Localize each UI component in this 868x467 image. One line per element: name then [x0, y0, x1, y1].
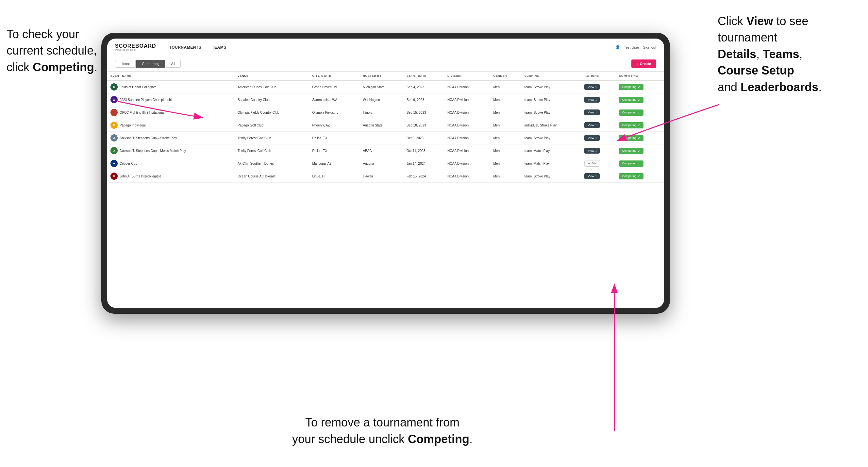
nav-teams[interactable]: TEAMS [212, 45, 226, 50]
cell-date: Sep 4, 2023 [403, 81, 444, 93]
cell-action: View ℹ [581, 145, 615, 157]
cell-date: Sep 15, 2023 [403, 106, 444, 119]
table-row: W 2023 Sahalee Players Championship Saha… [107, 93, 664, 106]
table-row: I OFCC Fighting Illini Invitational Olym… [107, 106, 664, 119]
competing-button[interactable]: Competing ✓ [619, 160, 644, 167]
tab-competing[interactable]: Competing [136, 60, 165, 68]
event-name-text: John A. Burns Intercollegiate [120, 175, 161, 178]
tab-all[interactable]: All [166, 60, 181, 68]
team-logo: S [111, 83, 118, 91]
event-name-text: 2023 Sahalee Players Championship [120, 98, 174, 102]
view-button[interactable]: View ℹ [584, 122, 599, 128]
annotation-bottom-center: To remove a tournament fromyour schedule… [268, 414, 497, 447]
cell-action: ✏ Edit [581, 157, 615, 170]
cell-competing: Competing ✓ [616, 93, 664, 106]
event-name-text: Copper Cup [120, 162, 137, 165]
edit-button[interactable]: ✏ Edit [584, 160, 600, 167]
cell-hosted: Washington [360, 93, 403, 106]
nav-tournaments[interactable]: TOURNAMENTS [169, 45, 202, 50]
event-name-text: Folds of Honor Collegiate [120, 85, 157, 89]
cell-scoring: team, Stroke Play [521, 170, 581, 183]
info-icon: ℹ [595, 98, 596, 101]
cell-hosted [360, 132, 403, 145]
competing-button[interactable]: Competing ✓ [619, 135, 644, 141]
cell-division: NCAA Division I [444, 145, 490, 157]
check-icon: ✓ [638, 136, 640, 140]
check-icon: ✓ [638, 149, 640, 153]
cell-city: Lihue, HI [309, 170, 360, 183]
cell-event-name: W 2023 Sahalee Players Championship [107, 93, 234, 106]
cell-scoring: team, Stroke Play [521, 81, 581, 93]
cell-scoring: team, Match Play [521, 145, 581, 157]
competing-button[interactable]: Competing ✓ [619, 84, 644, 90]
competing-button[interactable]: Competing ✓ [619, 97, 644, 103]
create-button[interactable]: + Create [631, 60, 656, 68]
cell-venue: Ak-Chin Southern Dunes [234, 157, 309, 170]
cell-venue: American Dunes Golf Club [234, 81, 309, 93]
cell-venue: Olympia Fields Country Club [234, 106, 309, 119]
cell-event-name: P Papago Individual [107, 119, 234, 132]
cell-city: Olympia Fields, IL [309, 106, 360, 119]
event-name-text: Papago Individual [120, 124, 146, 127]
nav-items: TOURNAMENTS TEAMS [169, 45, 602, 50]
cell-action: View ℹ [581, 81, 615, 93]
annotation-top-right: Click View to seetournamentDetails, Team… [718, 13, 862, 95]
col-start-date: START DATE [403, 71, 444, 81]
view-button[interactable]: View ℹ [584, 148, 599, 154]
table-row: A Copper Cup Ak-Chin Southern DunesMaric… [107, 157, 664, 170]
cell-scoring: team, Stroke Play [521, 106, 581, 119]
view-button[interactable]: View ℹ [584, 97, 599, 103]
check-icon: ✓ [638, 124, 640, 127]
cell-action: View ℹ [581, 106, 615, 119]
cell-gender: Men [490, 93, 521, 106]
competing-button[interactable]: Competing ✓ [619, 122, 644, 128]
filter-bar: Home Competing All + Create [107, 56, 664, 71]
cell-competing: Competing ✓ [616, 106, 664, 119]
competing-button[interactable]: Competing ✓ [619, 110, 644, 116]
info-icon: ℹ [595, 175, 596, 178]
view-button[interactable]: View ℹ [584, 84, 599, 90]
header-right: 👤 Test User Sign out [615, 45, 656, 49]
col-gender: GENDER [490, 71, 521, 81]
cell-action: View ℹ [581, 132, 615, 145]
cell-city: Phoenix, AZ [309, 119, 360, 132]
view-button[interactable]: View ℹ [584, 173, 599, 179]
cell-hosted: ABAC [360, 145, 403, 157]
cell-city: Dallas, TX [309, 145, 360, 157]
cell-city: Maricopa, AZ [309, 157, 360, 170]
cell-scoring: team, Stroke Play [521, 132, 581, 145]
event-name-text: Jackson T. Stephens Cup – Men's Match Pl… [120, 149, 186, 153]
table-row: H John A. Burns Intercollegiate Ocean Co… [107, 170, 664, 183]
signout-link[interactable]: Sign out [643, 45, 656, 49]
cell-event-name: J Jackson T. Stephens Cup – Stroke Play [107, 132, 234, 145]
cell-gender: Men [490, 157, 521, 170]
cell-scoring: team, Stroke Play [521, 93, 581, 106]
cell-competing: Competing ✓ [616, 119, 664, 132]
cell-event-name: S Folds of Honor Collegiate [107, 81, 234, 93]
cell-gender: Men [490, 132, 521, 145]
annotation-top-left: To check yourcurrent schedule,click Comp… [6, 26, 124, 75]
cell-date: Oct 11, 2023 [403, 145, 444, 157]
cell-event-name: I OFCC Fighting Illini Invitational [107, 106, 234, 119]
cell-date: Sep 9, 2023 [403, 93, 444, 106]
competing-button[interactable]: Competing ✓ [619, 173, 644, 179]
cell-city: Dallas, TX [309, 132, 360, 145]
cell-scoring: individual, Stroke Play [521, 119, 581, 132]
info-icon: ℹ [595, 136, 596, 139]
check-icon: ✓ [638, 111, 640, 114]
cell-division: NCAA Division I [444, 81, 490, 93]
team-logo: P [111, 122, 118, 129]
event-name-text: Jackson T. Stephens Cup – Stroke Play [120, 136, 177, 140]
app-header: SCOREBOARD Powered by clippi TOURNAMENTS… [107, 38, 664, 56]
col-scoring: SCORING [521, 71, 581, 81]
cell-competing: Competing ✓ [616, 81, 664, 93]
tablet-frame: SCOREBOARD Powered by clippi TOURNAMENTS… [101, 33, 670, 314]
competing-button[interactable]: Competing ✓ [619, 148, 644, 154]
cell-hosted: Arizona State [360, 119, 403, 132]
team-logo: H [111, 173, 118, 180]
team-logo: J [111, 134, 118, 142]
view-button[interactable]: View ℹ [584, 135, 599, 141]
cell-event-name: J Jackson T. Stephens Cup – Men's Match … [107, 145, 234, 157]
view-button[interactable]: View ℹ [584, 110, 599, 115]
table-container: EVENT NAME VENUE CITY, STATE HOSTED BY S… [107, 71, 664, 308]
